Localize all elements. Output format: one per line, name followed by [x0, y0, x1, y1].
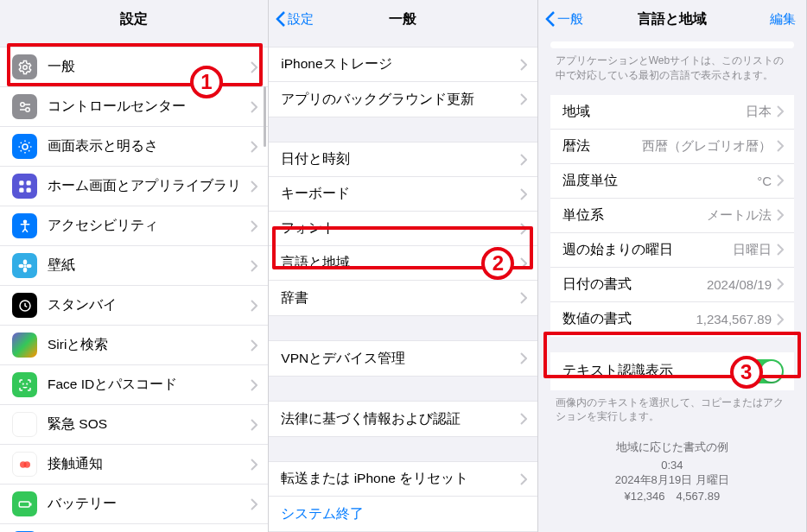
row-date-format[interactable]: 日付の書式 2024/08/19: [550, 268, 794, 302]
row-siri[interactable]: Siriと検索: [0, 326, 268, 365]
svg-point-14: [18, 263, 23, 268]
settings-scroll[interactable]: 一般 コントロールセンター 画面表示と明るさ ホーム画面とアプリライブラリ アク: [0, 38, 268, 532]
row-shutdown[interactable]: システム終了: [269, 497, 537, 531]
row-number-format[interactable]: 数値の書式 1,234,567.89: [550, 302, 794, 337]
chevron-right-icon: [777, 244, 784, 256]
row-date-time[interactable]: 日付と時刻: [269, 142, 537, 177]
row-font[interactable]: フォント: [269, 212, 537, 246]
svg-point-3: [25, 107, 29, 111]
svg-rect-6: [19, 180, 23, 185]
row-label: アプリのバックグラウンド更新: [281, 91, 519, 109]
row-vpn[interactable]: VPNとデバイス管理: [269, 341, 537, 376]
back-label: 一般: [557, 11, 583, 28]
row-measurement[interactable]: 単位系 メートル法: [550, 199, 794, 233]
row-display[interactable]: 画面表示と明るさ: [0, 127, 268, 167]
row-label: 画面表示と明るさ: [48, 137, 251, 155]
row-dictionary[interactable]: 辞書: [269, 281, 537, 315]
row-transfer-reset[interactable]: 転送または iPhone をリセット: [269, 462, 537, 497]
row-temperature[interactable]: 温度単位 °C: [550, 164, 794, 199]
general-title: 一般: [389, 10, 416, 28]
svg-point-15: [26, 263, 31, 268]
row-battery[interactable]: バッテリー: [0, 484, 268, 524]
example-line: ¥12,346 4,567.89: [547, 489, 797, 504]
chevron-right-icon: [251, 220, 257, 232]
row-iphone-storage[interactable]: iPhoneストレージ: [269, 48, 537, 82]
row-keyboard[interactable]: キーボード: [269, 177, 537, 212]
flower-icon: [12, 253, 37, 278]
row-standby[interactable]: スタンバイ: [0, 286, 268, 326]
edit-button[interactable]: 編集: [770, 11, 796, 28]
row-label: 地域: [562, 103, 746, 121]
person-icon: [12, 213, 37, 238]
general-nav: 設定 一般: [269, 0, 537, 38]
chevron-right-icon: [777, 278, 784, 290]
general-scroll[interactable]: iPhoneストレージ アプリのバックグラウンド更新 日付と時刻 キーボード フ…: [269, 38, 537, 532]
row-label: 辞書: [281, 289, 519, 307]
chevron-right-icon: [777, 174, 784, 187]
lang-group-main: 地域 日本 暦法 西暦（グレゴリオ暦） 温度単位 °C 単位系 メートル法 週の…: [550, 95, 794, 337]
row-label: システム終了: [281, 505, 526, 523]
row-wallpaper[interactable]: 壁紙: [0, 246, 268, 286]
row-region[interactable]: 地域 日本: [550, 95, 794, 130]
row-label: Siriと検索: [48, 336, 251, 354]
svg-point-10: [23, 220, 26, 223]
chevron-right-icon: [251, 419, 257, 431]
row-privacy[interactable]: プライバシーとセキュリティ: [0, 524, 268, 532]
svg-point-20: [23, 461, 30, 468]
svg-point-1: [20, 102, 24, 106]
row-value: 西暦（グレゴリオ暦）: [642, 138, 772, 155]
back-label: 設定: [288, 11, 314, 28]
live-text-toggle[interactable]: [742, 359, 784, 383]
row-label: 暦法: [562, 137, 642, 155]
edit-label: 編集: [770, 11, 796, 28]
general-group-legal: 法律に基づく情報および認証: [269, 401, 537, 437]
row-home[interactable]: ホーム画面とアプリライブラリ: [0, 167, 268, 206]
siri-icon: [12, 332, 37, 358]
general-group-storage: iPhoneストレージ アプリのバックグラウンド更新: [269, 47, 537, 117]
sun-icon: [12, 134, 37, 159]
row-label: 日付と時刻: [281, 150, 519, 168]
row-bg-refresh[interactable]: アプリのバックグラウンド更新: [269, 82, 537, 117]
chevron-right-icon: [520, 413, 527, 425]
chevron-right-icon: [520, 59, 527, 71]
row-faceid[interactable]: Face IDとパスコード: [0, 365, 268, 405]
row-calendar[interactable]: 暦法 西暦（グレゴリオ暦）: [550, 130, 794, 164]
row-live-text[interactable]: テキスト認識表示: [550, 352, 794, 390]
svg-point-13: [22, 267, 27, 272]
row-control-center[interactable]: コントロールセンター: [0, 87, 268, 127]
battery-icon: [12, 491, 37, 516]
lang-scroll[interactable]: アプリケーションとWebサイトは、このリストの中で対応している最初の言語で表示さ…: [538, 38, 806, 532]
svg-point-0: [22, 65, 27, 69]
chevron-right-icon: [251, 379, 257, 391]
chevron-right-icon: [251, 61, 257, 73]
row-general[interactable]: 一般: [0, 48, 268, 87]
row-label: 単位系: [562, 206, 707, 225]
general-group-vpn: VPNとデバイス管理: [269, 340, 537, 377]
row-week-start[interactable]: 週の始まりの曜日 日曜日: [550, 233, 794, 268]
svg-rect-7: [26, 180, 30, 185]
lang-nav: 一般 言語と地域 編集: [538, 0, 806, 38]
back-button[interactable]: 設定: [276, 11, 314, 28]
scrollbar[interactable]: [264, 86, 266, 147]
row-sos[interactable]: SOS 緊急 SOS: [0, 405, 268, 445]
row-label: 数値の書式: [562, 310, 696, 328]
row-label: 法律に基づく情報および認証: [281, 410, 519, 428]
chevron-right-icon: [251, 260, 257, 272]
chevron-right-icon: [777, 140, 784, 152]
row-legal[interactable]: 法律に基づく情報および認証: [269, 402, 537, 436]
chevron-right-icon: [251, 141, 257, 153]
back-button[interactable]: 一般: [545, 11, 583, 28]
row-label: スタンバイ: [48, 296, 251, 314]
chevron-right-icon: [520, 292, 527, 304]
gear-icon: [12, 54, 37, 79]
row-value: 日曜日: [733, 242, 772, 258]
row-label: VPNとデバイス管理: [281, 350, 519, 368]
row-exposure[interactable]: 接触通知: [0, 445, 268, 484]
row-accessibility[interactable]: アクセシビリティ: [0, 206, 268, 246]
row-language-region[interactable]: 言語と地域: [269, 246, 537, 281]
row-value: °C: [757, 174, 772, 188]
sos-icon: SOS: [12, 412, 37, 437]
svg-rect-21: [19, 502, 29, 507]
note-top: アプリケーションとWebサイトは、このリストの中で対応している最初の言語で表示さ…: [538, 48, 806, 85]
row-label: フォント: [281, 219, 519, 238]
